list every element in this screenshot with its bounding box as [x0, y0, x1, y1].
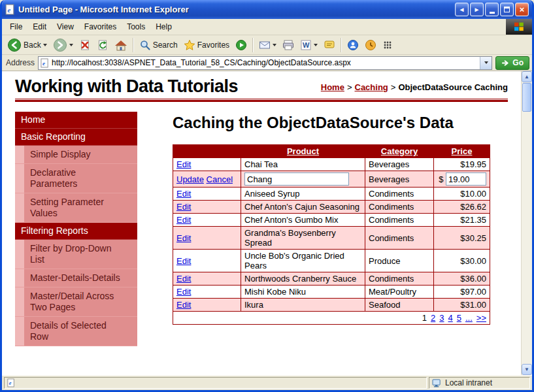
forward-button[interactable] [50, 37, 76, 54]
sidebar-item-master-detail-across-two-pages[interactable]: Master/Detail Across Two Pages [15, 287, 137, 317]
address-input[interactable] [52, 57, 477, 69]
pager-page-4-link[interactable]: 4 [448, 313, 453, 323]
table-row: Edit Aniseed Syrup Condiments $10.00 [173, 188, 490, 201]
refresh-button[interactable] [94, 38, 111, 52]
edit-dropdown-caret-icon[interactable] [314, 44, 318, 46]
menu-help[interactable]: Help [150, 20, 177, 34]
minimize-button[interactable] [485, 3, 499, 16]
scrollbar-thumb[interactable] [522, 83, 531, 112]
close-button[interactable]: × [515, 3, 529, 16]
category-cell: Seafood [365, 299, 434, 312]
stop-icon [79, 39, 91, 51]
maximize-button[interactable] [500, 3, 514, 16]
edit-link[interactable]: Edit [176, 202, 191, 212]
edit-link[interactable]: Edit [176, 215, 191, 225]
table-row: Edit Chai Tea Beverages $19.95 [173, 158, 490, 171]
scroll-up-button[interactable]: ▲ [522, 71, 532, 82]
vertical-scrollbar[interactable]: ▲ ▼ [521, 71, 532, 375]
titlebar[interactable]: e Untitled Page - Microsoft Internet Exp… [2, 0, 532, 19]
update-link[interactable]: Update [176, 174, 204, 184]
home-button[interactable] [112, 38, 130, 52]
scroll-down-button[interactable]: ▼ [522, 364, 532, 375]
cancel-link[interactable]: Cancel [207, 174, 233, 184]
edit-link[interactable]: Edit [176, 287, 191, 297]
back-dropdown-caret-icon[interactable] [43, 44, 47, 46]
nav-indent [15, 317, 24, 346]
product-cell: Ikura [241, 299, 365, 312]
stop-button[interactable] [76, 38, 93, 52]
links-grid-button[interactable] [380, 39, 395, 52]
sidebar-item-home[interactable]: Home [15, 112, 137, 129]
print-icon [282, 39, 294, 51]
pager-page-2-link[interactable]: 2 [431, 313, 435, 323]
pager-page-5-link[interactable]: 5 [457, 313, 461, 323]
breadcrumb-current: ObjectDataSource Caching [398, 82, 508, 92]
svg-text:e: e [42, 60, 45, 67]
menu-file[interactable]: File [5, 20, 27, 34]
history-button[interactable] [362, 38, 379, 52]
minimize-icon [490, 12, 495, 14]
sidebar-item-master-details-details[interactable]: Master-Details-Details [15, 269, 137, 287]
sort-product-link[interactable]: Product [287, 146, 319, 156]
browser-viewport: Working with Data Tutorials Home>Caching… [2, 71, 532, 375]
sort-category-link[interactable]: Category [381, 146, 418, 156]
sidebar-item-details-of-selected-row[interactable]: Details of Selected Row [15, 317, 137, 346]
price-cell: $21.35 [434, 214, 490, 227]
sidebar-item-simple-display[interactable]: Simple Display [15, 146, 137, 164]
menu-edit[interactable]: Edit [27, 20, 52, 34]
edit-link[interactable]: Edit [176, 159, 191, 169]
go-button[interactable]: Go [495, 56, 529, 70]
media-button[interactable] [233, 38, 250, 52]
sort-price-link[interactable]: Price [452, 146, 473, 156]
forward-icon [53, 38, 67, 52]
mail-button[interactable] [256, 38, 279, 52]
edit-link[interactable]: Edit [176, 256, 191, 266]
back-button[interactable]: Back [5, 37, 50, 54]
mail-dropdown-caret-icon[interactable] [273, 44, 276, 46]
category-cell: Condiments [365, 272, 434, 286]
edit-link[interactable]: Edit [176, 189, 191, 199]
breadcrumb-caching-link[interactable]: Caching [355, 82, 388, 92]
edit-with-word-button[interactable]: W [297, 38, 320, 52]
pager-ellipsis-link[interactable]: ... [465, 313, 473, 323]
menu-bar: File Edit View Favorites Tools Help [2, 19, 532, 35]
category-cell: Beverages [365, 171, 434, 188]
sidebar-item-setting-parameter-values[interactable]: Setting Parameter Values [15, 193, 137, 223]
edit-link[interactable]: Edit [176, 300, 191, 310]
favorites-star-icon [184, 39, 195, 51]
menu-tools[interactable]: Tools [122, 20, 150, 34]
pager-next-link[interactable]: >> [476, 313, 486, 323]
security-zone-panel: Local intranet [429, 377, 530, 389]
edit-link[interactable]: Edit [176, 233, 191, 243]
messenger-button[interactable] [344, 38, 361, 52]
product-cell: Aniseed Syrup [241, 188, 365, 201]
page-title: Caching the ObjectDataSource's Data [173, 113, 454, 133]
media-icon [235, 39, 247, 51]
table-row: Edit Grandma's Boysenberry Spread Condim… [173, 227, 490, 250]
forward-dropdown-caret-icon[interactable] [69, 44, 73, 46]
titlebar-nav-right-button[interactable]: ► [470, 3, 484, 16]
product-cell: Uncle Bob's Organic Dried Pears [241, 250, 365, 272]
edit-link[interactable]: Edit [176, 274, 191, 284]
go-label: Go [512, 58, 524, 67]
print-button[interactable] [280, 38, 297, 52]
currency-symbol: $ [439, 174, 443, 184]
search-button[interactable]: Search [137, 38, 180, 52]
category-cell: Produce [365, 250, 434, 272]
sidebar-item-filter-by-dropdown-list[interactable]: Filter by Drop-Down List [15, 240, 137, 269]
pager-page-3-link[interactable]: 3 [439, 313, 444, 323]
table-row: Edit Uncle Bob's Organic Dried Pears Pro… [173, 250, 490, 272]
price-edit-input[interactable] [446, 172, 486, 186]
product-cell: Northwoods Cranberry Sauce [241, 272, 365, 286]
menu-favorites[interactable]: Favorites [79, 20, 122, 34]
titlebar-nav-left-button[interactable]: ◄ [455, 3, 469, 16]
address-dropdown-button[interactable] [480, 57, 492, 69]
product-edit-input[interactable] [244, 172, 349, 186]
breadcrumb-home-link[interactable]: Home [321, 82, 344, 92]
price-cell: $31.00 [434, 299, 490, 312]
favorites-button[interactable]: Favorites [181, 38, 232, 52]
menu-view[interactable]: View [52, 20, 79, 34]
sidebar-item-declarative-parameters[interactable]: Declarative Parameters [15, 164, 137, 193]
sidebar-nav: Home Basic Reporting Simple Display Decl… [15, 112, 137, 346]
discuss-button[interactable] [321, 38, 338, 52]
